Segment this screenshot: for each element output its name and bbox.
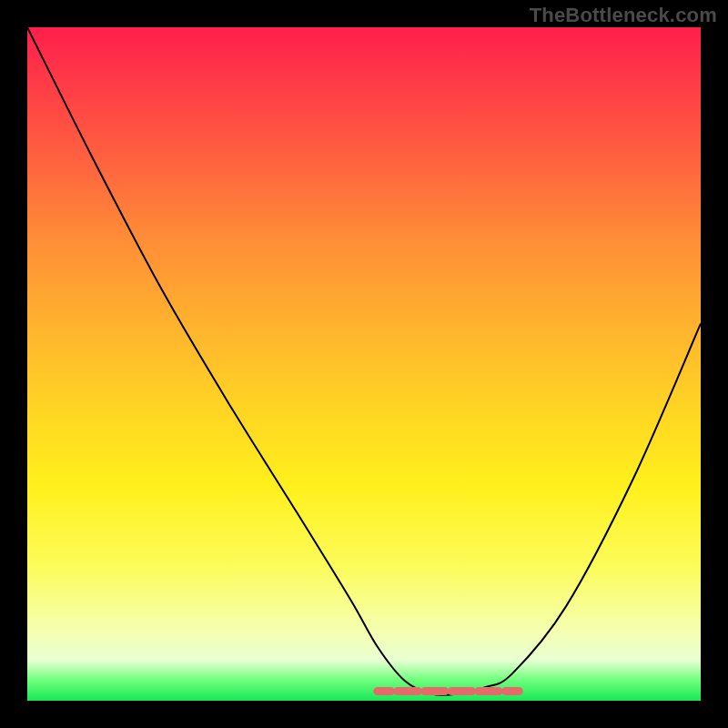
bottleneck-curve [27, 27, 701, 695]
watermark-text: TheBottleneck.com [530, 4, 717, 27]
plot-area [27, 27, 701, 701]
curve-svg [27, 27, 701, 701]
chart-stage: TheBottleneck.com [0, 0, 728, 728]
